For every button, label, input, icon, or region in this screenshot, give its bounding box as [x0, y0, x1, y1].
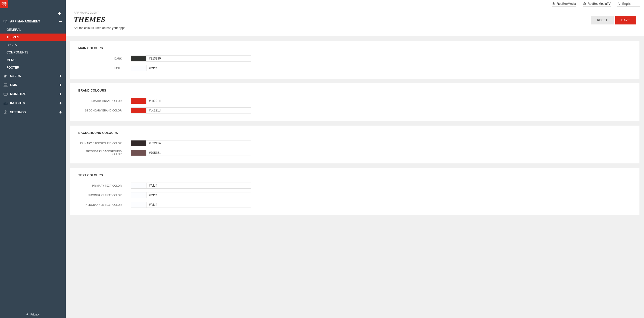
card-title: BACKGROUND COLOURS — [78, 131, 631, 135]
svg-point-7 — [5, 112, 6, 113]
color-input[interactable] — [146, 55, 251, 62]
field-label: SECONDARY BRAND COLOR — [78, 109, 131, 112]
color-field-row: PRIMARY BRAND COLOR — [78, 98, 631, 104]
breadcrumb: APP MANAGEMENT — [74, 11, 125, 14]
language-label: English — [622, 2, 632, 6]
gear-icon — [4, 110, 8, 114]
card-icon — [4, 92, 8, 96]
page-header: APP MANAGEMENT THEMES Set the colours us… — [66, 7, 644, 36]
nav-section-monetize[interactable]: MONETIZE — [0, 90, 66, 99]
svg-rect-6 — [4, 93, 7, 95]
color-input[interactable] — [146, 98, 251, 104]
page-description: Set the colours used across your apps — [74, 26, 125, 30]
color-field-row: SECONDARY TEXT COLOR — [78, 192, 631, 198]
color-field-row: SECONDARY BACKGROUND COLOR — [78, 150, 631, 156]
plus-icon — [59, 74, 62, 77]
field-label: PRIMARY BRAND COLOR — [78, 100, 131, 102]
plus-icon — [59, 83, 62, 86]
sidebar: REDBEE APP MANAGEMENTGENERALTHEMESPAGESC… — [0, 0, 66, 318]
plus-icon — [59, 111, 62, 114]
svg-rect-2 — [59, 21, 62, 22]
sidebar-add-button[interactable] — [57, 11, 62, 16]
brand-logo[interactable]: REDBEE — [0, 0, 8, 8]
product-selector[interactable]: RedBeeMediaTV — [583, 2, 611, 7]
nav-section-label: APP MANAGEMENT — [10, 20, 40, 23]
card-title: BRAND COLOURS — [78, 89, 631, 92]
nav-section-insights[interactable]: INSIGHTS — [0, 99, 66, 108]
minus-icon — [59, 20, 62, 23]
globe-icon — [583, 2, 586, 6]
plus-icon — [58, 12, 61, 15]
color-field-row: PRIMARY TEXT COLOR — [78, 183, 631, 189]
devices-icon — [4, 19, 8, 23]
color-swatch[interactable] — [131, 202, 146, 208]
field-label: PRIMARY TEXT COLOR — [78, 184, 131, 187]
card-text-colours: TEXT COLOURSPRIMARY TEXT COLORSECONDARY … — [70, 168, 639, 215]
privacy-link[interactable]: Privacy — [31, 313, 40, 316]
card-main-colours: MAIN COLOURSDARKLIGHT — [70, 41, 639, 79]
card-title: TEXT COLOURS — [78, 174, 631, 177]
color-input[interactable] — [146, 183, 251, 189]
nav-section-label: MONETIZE — [10, 92, 26, 96]
reset-button[interactable]: RESET — [591, 16, 614, 24]
nav-item-footer[interactable]: FOOTER — [0, 64, 66, 71]
org-label: RedBeeMedia — [557, 2, 576, 6]
top-bar: RedBeeMedia RedBeeMediaTV English — [66, 0, 644, 7]
chart-icon — [4, 101, 8, 105]
nav-item-pages[interactable]: PAGES — [0, 41, 66, 49]
nav-section-settings[interactable]: SETTINGS — [0, 108, 66, 117]
language-selector[interactable]: English — [617, 2, 640, 7]
color-swatch[interactable] — [131, 140, 146, 146]
color-swatch[interactable] — [131, 55, 146, 62]
nav-item-general[interactable]: GENERAL — [0, 26, 66, 34]
color-field-row: PRIMARY BACKGROUND COLOR — [78, 140, 631, 146]
field-label: LIGHT — [78, 67, 131, 70]
svg-point-4 — [6, 75, 7, 76]
color-input[interactable] — [146, 107, 251, 113]
field-label: PRIMARY BACKGROUND COLOR — [78, 142, 131, 145]
card-title: MAIN COLOURS — [78, 46, 631, 50]
nav-section-cms[interactable]: CMS — [0, 80, 66, 90]
org-selector[interactable]: RedBeeMedia — [552, 2, 576, 7]
nav-item-components[interactable]: COMPONENTS — [0, 49, 66, 56]
color-field-row: DARK — [78, 55, 631, 62]
color-swatch[interactable] — [131, 183, 146, 189]
color-input[interactable] — [146, 202, 251, 208]
color-swatch[interactable] — [131, 150, 146, 156]
nav-item-menu[interactable]: MENU — [0, 56, 66, 64]
color-input[interactable] — [146, 150, 251, 156]
translate-icon — [617, 2, 621, 6]
nav-section-label: CMS — [10, 83, 17, 87]
color-swatch[interactable] — [131, 192, 146, 198]
nav-section-users[interactable]: USERS — [0, 71, 66, 80]
field-label: DARK — [78, 57, 131, 60]
field-label: SECONDARY BACKGROUND COLOR — [78, 150, 131, 156]
product-label: RedBeeMediaTV — [588, 2, 611, 6]
nav-section-app-management[interactable]: APP MANAGEMENT — [0, 17, 66, 26]
field-label: SECONDARY TEXT COLOR — [78, 194, 131, 197]
color-field-row: LIGHT — [78, 65, 631, 71]
color-swatch[interactable] — [131, 107, 146, 113]
main-area: RedBeeMedia RedBeeMediaTV English APP MA… — [66, 0, 644, 318]
color-swatch[interactable] — [131, 98, 146, 104]
color-input[interactable] — [146, 65, 251, 71]
color-field-row: SECONDARY BRAND COLOR — [78, 107, 631, 113]
laptop-icon — [4, 83, 8, 87]
org-icon — [552, 2, 555, 6]
color-swatch[interactable] — [131, 65, 146, 71]
page-title: THEMES — [74, 15, 125, 24]
color-input[interactable] — [146, 140, 251, 146]
svg-rect-5 — [4, 84, 7, 86]
color-field-row: HEROBANNER TEXT COLOR — [78, 202, 631, 208]
plus-icon — [59, 102, 62, 105]
color-input[interactable] — [146, 192, 251, 198]
nav-section-label: INSIGHTS — [10, 101, 25, 105]
sidebar-footer: Privacy — [0, 311, 66, 318]
nav-item-themes[interactable]: THEMES — [0, 34, 66, 41]
card-background-colours: BACKGROUND COLOURSPRIMARY BACKGROUND COL… — [70, 126, 639, 163]
field-label: HEROBANNER TEXT COLOR — [78, 204, 131, 206]
nav-section-label: SETTINGS — [10, 110, 26, 114]
lock-icon — [26, 313, 29, 316]
logo-text: REDBEE — [2, 2, 7, 7]
save-button[interactable]: SAVE — [615, 16, 636, 24]
